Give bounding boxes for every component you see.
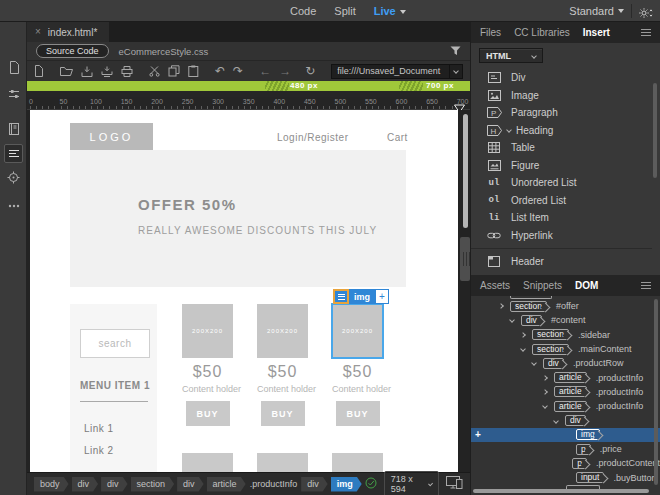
add-icon[interactable]: +: [375, 289, 389, 304]
tab-assets[interactable]: Assets: [480, 280, 510, 291]
product-image-placeholder[interactable]: 200X200: [257, 304, 308, 358]
chevron-down-icon[interactable]: [506, 127, 512, 133]
insert-item-unordered-list[interactable]: ulUnordered List: [471, 174, 652, 192]
dom-tag-box[interactable]: p: [572, 458, 587, 469]
dom-tag-box[interactable]: img: [576, 429, 600, 440]
dom-node-section-offer[interactable]: section#offer: [471, 299, 660, 313]
dom-node-article-productInfo[interactable]: article.productInfo: [471, 370, 660, 384]
open-file-icon[interactable]: [60, 64, 73, 79]
dom-tag-box[interactable]: article: [554, 386, 587, 397]
tag-selector-section[interactable]: section: [131, 477, 175, 492]
dom-tag-box[interactable]: section: [510, 301, 547, 312]
dom-node-div-productRow[interactable]: div.productRow: [471, 356, 660, 370]
buy-button[interactable]: BUY: [261, 401, 305, 426]
address-bar[interactable]: file:///Unsaved_Document: [331, 64, 463, 79]
add-element-icon[interactable]: +: [475, 429, 481, 440]
refresh-icon[interactable]: ↻: [305, 64, 315, 79]
buy-button[interactable]: BUY: [336, 401, 380, 426]
insert-item-list-item[interactable]: liList Item: [471, 209, 652, 227]
redo-icon[interactable]: ↷: [233, 64, 243, 79]
shop-cart-link[interactable]: Cart: [387, 132, 408, 143]
print-icon[interactable]: [121, 64, 133, 79]
cut-icon[interactable]: [149, 64, 160, 79]
view-split-button[interactable]: Split: [334, 5, 355, 17]
dom-vertical-scrollbar[interactable]: [654, 299, 658, 485]
insert-item-ordered-list[interactable]: olOrdered List: [471, 192, 652, 210]
dom-node-section-sidebar[interactable]: section.sidebar: [471, 328, 660, 342]
forward-icon[interactable]: →: [279, 64, 291, 79]
tag-selector-productInfo[interactable]: .productInfo: [249, 477, 299, 492]
source-code-button[interactable]: Source Code: [36, 44, 109, 58]
insert-item-paragraph[interactable]: PParagraph: [471, 104, 652, 122]
shop-offer-banner[interactable]: OFFER 50% REALLY AWESOME DISCOUNTS THIS …: [70, 150, 406, 287]
expand-arrow-icon[interactable]: [543, 376, 554, 380]
save-all-icon[interactable]: [101, 64, 113, 79]
insert-item-table[interactable]: Table: [471, 139, 652, 157]
insert-item-div[interactable]: Div: [471, 69, 652, 87]
tab-cc-libraries[interactable]: CC Libraries: [514, 27, 570, 38]
filter-icon[interactable]: [450, 46, 461, 56]
undo-icon[interactable]: ↶: [215, 64, 225, 79]
tag-selector-img[interactable]: img: [331, 477, 362, 492]
extract-target-icon[interactable]: [4, 168, 23, 187]
shop-logo[interactable]: LOGO: [70, 123, 153, 150]
dom-tag-box[interactable]: input: [576, 472, 604, 483]
lint-ok-icon[interactable]: [365, 475, 377, 493]
view-live-button[interactable]: Live: [374, 5, 406, 17]
element-tag-label[interactable]: img: [349, 289, 375, 304]
buy-button[interactable]: BUY: [186, 401, 230, 426]
dom-tag-box[interactable]: article: [554, 401, 587, 412]
tab-snippets[interactable]: Snippets: [523, 280, 562, 291]
product-image-placeholder-row2[interactable]: [257, 453, 308, 472]
dom-tag-box[interactable]: div: [565, 415, 586, 426]
collapse-arrow-icon[interactable]: [554, 419, 565, 423]
panel-menu-icon[interactable]: [641, 29, 651, 36]
dom-node-div[interactable]: div: [471, 413, 660, 427]
chevron-down-icon[interactable]: [449, 65, 462, 78]
css-designer-icon[interactable]: [4, 119, 23, 138]
shop-search-input[interactable]: [80, 329, 150, 358]
tag-selector-div[interactable]: div: [101, 477, 128, 492]
more-options-icon[interactable]: [4, 196, 23, 215]
dom-tag-box[interactable]: section: [532, 329, 569, 340]
tab-dom[interactable]: DOM: [575, 280, 598, 291]
expand-arrow-icon[interactable]: [499, 304, 510, 308]
save-icon[interactable]: [81, 64, 93, 79]
back-icon[interactable]: ←: [259, 64, 271, 79]
close-icon[interactable]: ×: [35, 27, 41, 37]
shop-login-link[interactable]: Login/Register: [277, 132, 348, 143]
collapse-arrow-icon[interactable]: [510, 318, 521, 322]
element-display-badge[interactable]: img +: [333, 289, 389, 304]
product-image-placeholder-row2[interactable]: [332, 453, 383, 472]
paste-icon[interactable]: [188, 64, 199, 79]
insert-scrollbar[interactable]: [653, 83, 657, 178]
insert-item-image[interactable]: Image: [471, 87, 652, 105]
dom-node-article-productInfo[interactable]: article.productInfo: [471, 399, 660, 413]
tag-selector-body[interactable]: body: [34, 477, 69, 492]
insert-item-figure[interactable]: Figure: [471, 157, 652, 175]
insert-item-hyperlink[interactable]: Hyperlink: [471, 227, 652, 245]
tag-selector-div[interactable]: div: [72, 477, 99, 492]
open-documents-icon[interactable]: [4, 58, 23, 77]
tab-files[interactable]: Files: [480, 27, 501, 38]
sync-settings-gear-icon[interactable]: [639, 5, 653, 23]
dom-tag-box[interactable]: p: [576, 444, 591, 455]
outline-panel-icon[interactable]: [4, 144, 23, 163]
insert-item-header[interactable]: Header: [471, 253, 652, 271]
dom-node-img[interactable]: +img: [471, 428, 660, 442]
document-tab[interactable]: × index.html*: [27, 22, 109, 42]
dom-horizontal-scrollbar[interactable]: [473, 489, 649, 493]
insert-item-heading[interactable]: HHeading: [471, 122, 652, 140]
workspace-switcher[interactable]: Standard: [569, 0, 624, 22]
shop-link-1[interactable]: Link 1: [84, 423, 114, 434]
dom-node-p-price[interactable]: p.price: [471, 442, 660, 456]
dom-tag-box[interactable]: article: [554, 372, 587, 383]
panel-splitter-handle[interactable]: [460, 237, 470, 281]
dom-node-section-mainContent[interactable]: section.mainContent: [471, 342, 660, 356]
collapse-arrow-icon[interactable]: [521, 347, 532, 351]
dom-node-div-content[interactable]: div#content: [471, 313, 660, 327]
preview-devices-icon[interactable]: [446, 475, 463, 493]
tag-selector-div[interactable]: div: [301, 477, 328, 492]
dom-tag-box[interactable]: div: [543, 358, 564, 369]
breakpoint-bar[interactable]: 480 px 700 px: [27, 81, 470, 91]
